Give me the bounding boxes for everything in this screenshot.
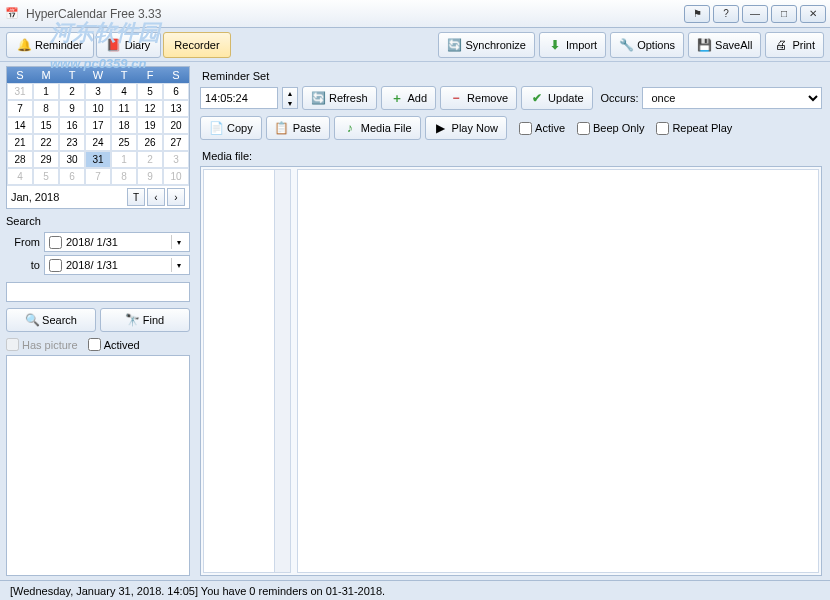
calendar-day[interactable]: 19 (137, 117, 163, 134)
calendar-day[interactable]: 18 (111, 117, 137, 134)
calendar-day[interactable]: 10 (85, 100, 111, 117)
calendar-day[interactable]: 13 (163, 100, 189, 117)
active-label: Active (535, 122, 565, 134)
add-button[interactable]: ＋ Add (381, 86, 437, 110)
calendar-day[interactable]: 11 (111, 100, 137, 117)
synchronize-button[interactable]: 🔄 Synchronize (438, 32, 535, 58)
calendar-day[interactable]: 21 (7, 134, 33, 151)
occurs-select[interactable]: once (642, 87, 822, 109)
saveall-button[interactable]: 💾 SaveAll (688, 32, 761, 58)
time-input[interactable] (200, 87, 278, 109)
update-button[interactable]: ✔ Update (521, 86, 592, 110)
tab-recorder-label: Recorder (174, 39, 219, 51)
calendar-day[interactable]: 6 (163, 83, 189, 100)
calendar-day[interactable]: 9 (59, 100, 85, 117)
actived-checkbox[interactable] (88, 338, 101, 351)
calendar-day[interactable]: 15 (33, 117, 59, 134)
repeat-play-check[interactable]: Repeat Play (656, 122, 732, 135)
remove-button[interactable]: − Remove (440, 86, 517, 110)
reminder-detail-pane[interactable] (297, 169, 819, 573)
to-date-input[interactable]: 2018/ 1/31 ▾ (44, 255, 190, 275)
calendar-day[interactable]: 31 (7, 83, 33, 100)
calendar-day[interactable]: 31 (85, 151, 111, 168)
calendar-day[interactable]: 4 (111, 83, 137, 100)
from-date-checkbox[interactable] (49, 236, 62, 249)
calendar-day[interactable]: 4 (7, 168, 33, 185)
search-text-input[interactable] (6, 282, 190, 302)
calendar-day[interactable]: 28 (7, 151, 33, 168)
refresh-button[interactable]: 🔄 Refresh (302, 86, 377, 110)
search-results[interactable] (6, 355, 190, 576)
calendar-day[interactable]: 25 (111, 134, 137, 151)
from-date-dropdown-icon[interactable]: ▾ (171, 235, 185, 249)
calendar-day[interactable]: 3 (85, 83, 111, 100)
calendar-day[interactable]: 16 (59, 117, 85, 134)
to-date-dropdown-icon[interactable]: ▾ (171, 258, 185, 272)
calendar-prev-button[interactable]: ‹ (147, 188, 165, 206)
search-panel: Search From 2018/ 1/31 ▾ to 2018/ 1/31 ▾ (6, 213, 190, 351)
reminder-list-pane[interactable] (203, 169, 291, 573)
calendar-today-button[interactable]: T (127, 188, 145, 206)
calendar-day[interactable]: 27 (163, 134, 189, 151)
calendar-day[interactable]: 3 (163, 151, 189, 168)
calendar-day[interactable]: 24 (85, 134, 111, 151)
calendar-next-button[interactable]: › (167, 188, 185, 206)
calendar-day[interactable]: 23 (59, 134, 85, 151)
to-date-checkbox[interactable] (49, 259, 62, 272)
titlebar-flag-button[interactable]: ⚑ (684, 5, 710, 23)
find-button[interactable]: 🔭 Find (100, 308, 190, 332)
calendar-day[interactable]: 5 (33, 168, 59, 185)
calendar-day[interactable]: 1 (33, 83, 59, 100)
search-button[interactable]: 🔍 Search (6, 308, 96, 332)
media-file-label-text: Media file: (200, 146, 822, 166)
calendar-day[interactable]: 12 (137, 100, 163, 117)
calendar-day[interactable]: 30 (59, 151, 85, 168)
sidebar: SMTWTFS 31123456789101112131415161718192… (0, 62, 196, 580)
actived-check[interactable]: Actived (88, 338, 140, 351)
time-spinner[interactable]: ▲ ▼ (282, 87, 298, 109)
calendar-day[interactable]: 1 (111, 151, 137, 168)
calendar-day[interactable]: 7 (85, 168, 111, 185)
import-button[interactable]: ⬇ Import (539, 32, 606, 58)
calendar-day[interactable]: 7 (7, 100, 33, 117)
calendar-day[interactable]: 20 (163, 117, 189, 134)
calendar-body: 3112345678910111213141516171819202122232… (7, 83, 189, 185)
repeat-play-checkbox[interactable] (656, 122, 669, 135)
active-checkbox[interactable] (519, 122, 532, 135)
calendar-day[interactable]: 8 (33, 100, 59, 117)
calendar-day[interactable]: 10 (163, 168, 189, 185)
print-button[interactable]: 🖨 Print (765, 32, 824, 58)
calendar-day[interactable]: 9 (137, 168, 163, 185)
calendar-day[interactable]: 8 (111, 168, 137, 185)
beep-only-checkbox[interactable] (577, 122, 590, 135)
calendar-day[interactable]: 17 (85, 117, 111, 134)
repeat-play-label: Repeat Play (672, 122, 732, 134)
maximize-button[interactable]: □ (771, 5, 797, 23)
calendar-day[interactable]: 2 (137, 151, 163, 168)
calendar-day[interactable]: 5 (137, 83, 163, 100)
calendar-day[interactable]: 2 (59, 83, 85, 100)
minimize-button[interactable]: — (742, 5, 768, 23)
tab-recorder[interactable]: Recorder (163, 32, 230, 58)
calendar-day[interactable]: 6 (59, 168, 85, 185)
scrollbar[interactable] (274, 170, 290, 572)
titlebar-help-button[interactable]: ? (713, 5, 739, 23)
spinner-down-icon[interactable]: ▼ (283, 98, 297, 108)
calendar-day[interactable]: 29 (33, 151, 59, 168)
options-button[interactable]: 🔧 Options (610, 32, 684, 58)
close-button[interactable]: ✕ (800, 5, 826, 23)
active-check[interactable]: Active (519, 122, 565, 135)
calendar-day[interactable]: 26 (137, 134, 163, 151)
tab-reminder[interactable]: 🔔 Reminder (6, 32, 94, 58)
calendar-day[interactable]: 14 (7, 117, 33, 134)
from-date-input[interactable]: 2018/ 1/31 ▾ (44, 232, 190, 252)
copy-button[interactable]: 📄 Copy (200, 116, 262, 140)
paste-button[interactable]: 📋 Paste (266, 116, 330, 140)
beep-only-check[interactable]: Beep Only (577, 122, 644, 135)
media-file-button[interactable]: ♪ Media File (334, 116, 421, 140)
play-now-button[interactable]: ▶ Play Now (425, 116, 507, 140)
save-icon: 💾 (697, 38, 711, 52)
spinner-up-icon[interactable]: ▲ (283, 88, 297, 98)
tab-diary[interactable]: 📕 Diary (96, 32, 162, 58)
calendar-day[interactable]: 22 (33, 134, 59, 151)
